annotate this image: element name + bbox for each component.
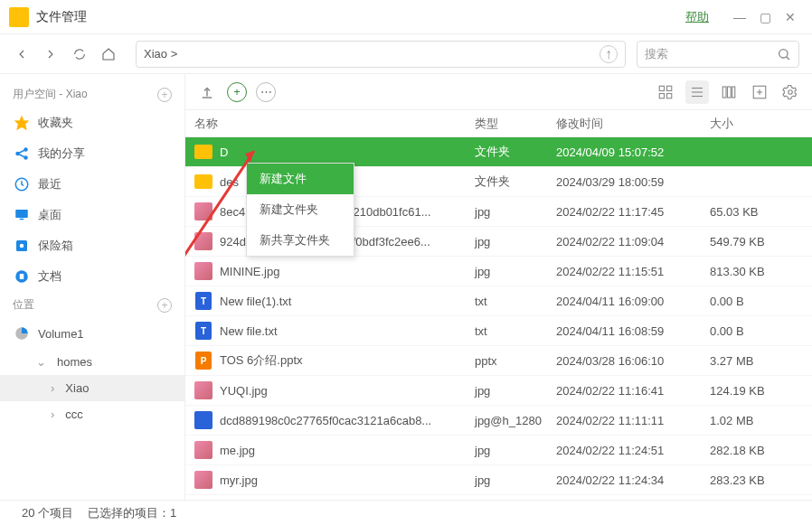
file-type: pptx: [475, 354, 556, 368]
file-date: 2024/02/22 11:11:11: [556, 414, 710, 427]
status-selected: 已选择的项目：1: [88, 505, 176, 521]
svg-line-1: [787, 56, 789, 59]
ctx-new-file[interactable]: 新建文件: [247, 164, 354, 194]
home-button[interactable]: [99, 45, 118, 63]
sidebar-item-safe[interactable]: 保险箱: [0, 230, 184, 261]
share-icon: [13, 145, 31, 163]
file-row[interactable]: dcd889198c0c27765f0cac3121a6cab8...jpg@h…: [185, 406, 812, 436]
file-name: YUQI.jpg: [220, 384, 268, 398]
file-row[interactable]: TNew file.txttxt2024/04/11 16:08:590.00 …: [185, 316, 812, 346]
path-input[interactable]: Xiao > ↑: [136, 41, 626, 68]
file-name: New file.txt: [220, 324, 278, 338]
close-button[interactable]: ✕: [778, 10, 803, 24]
svg-line-7: [19, 155, 24, 157]
sidebar-item-docs[interactable]: 文档: [0, 261, 184, 292]
svg-rect-19: [667, 86, 672, 90]
file-row[interactable]: MININE.jpgjpg2024/02/22 11:15:51813.30 K…: [185, 257, 812, 286]
image-thumbnail-icon: [194, 471, 212, 489]
safe-icon: [13, 237, 31, 255]
file-size: 283.23 KB: [710, 473, 800, 487]
image-thumbnail-icon: [194, 381, 212, 399]
svg-rect-18: [659, 86, 664, 90]
sidebar-item-label: 收藏夹: [38, 115, 73, 131]
image-thumbnail-icon: [194, 262, 212, 280]
toolbar: + ⋯: [185, 74, 812, 110]
desktop-icon: [13, 206, 31, 224]
sidebar-item-label: Xiao: [65, 381, 89, 395]
forward-button[interactable]: [42, 45, 60, 63]
file-size: 813.30 KB: [710, 265, 800, 278]
file-date: 2024/03/29 18:00:59: [556, 175, 710, 189]
file-name: me.jpg: [220, 444, 255, 457]
help-link[interactable]: 帮助: [685, 9, 709, 25]
file-date: 2024/02/22 11:24:51: [556, 444, 710, 457]
add-userspace-button[interactable]: +: [157, 88, 172, 102]
navbar: Xiao > ↑ 搜索: [0, 34, 812, 74]
col-type[interactable]: 类型: [475, 116, 556, 132]
sidebar-item-recent[interactable]: 最近: [0, 169, 184, 200]
svg-rect-26: [728, 87, 732, 98]
chevron-down-icon: ⌄: [36, 355, 46, 369]
maximize-button[interactable]: ▢: [752, 10, 778, 24]
file-name: TOS 6介绍.pptx: [220, 352, 303, 369]
file-list: 新建文件 新建文件夹 新共享文件夹 D文件夹2024/04/09 15:07:5…: [185, 137, 812, 500]
file-row[interactable]: YUQI.jpgjpg2024/02/22 11:16:41124.19 KB: [185, 376, 812, 406]
file-type: txt: [475, 324, 556, 338]
list-view-button[interactable]: [685, 80, 709, 104]
file-row[interactable]: TNew file(1).txttxt2024/04/11 16:09:000.…: [185, 286, 812, 316]
sidebar-item-desktop[interactable]: 桌面: [0, 200, 184, 230]
context-menu: 新建文件 新建文件夹 新共享文件夹: [246, 163, 354, 257]
file-name: D: [220, 145, 228, 159]
search-icon: [777, 47, 791, 61]
sidebar-ccc[interactable]: › ccc: [0, 401, 184, 427]
sidebar-item-label: Volume1: [38, 327, 84, 341]
file-row[interactable]: me.jpgjpg2024/02/22 11:24:51282.18 KB: [185, 436, 812, 465]
image-thumbnail-icon: [194, 202, 212, 220]
sidebar-item-favorites[interactable]: 收藏夹: [0, 108, 184, 138]
sidebar-xiao[interactable]: › Xiao: [0, 375, 184, 401]
more-actions-button[interactable]: ⋯: [256, 82, 276, 102]
grid-view-button[interactable]: [655, 81, 676, 103]
file-name: des: [220, 175, 239, 189]
pptx-file-icon: P: [194, 352, 212, 370]
sidebar-item-label: 我的分享: [38, 145, 85, 162]
minimize-button[interactable]: —: [727, 10, 752, 24]
col-size[interactable]: 大小: [710, 116, 800, 132]
text-file-icon: T: [194, 292, 212, 310]
svg-point-12: [20, 244, 24, 248]
file-type: jpg@h_1280: [475, 414, 556, 427]
file-size: 282.18 KB: [710, 444, 800, 457]
ctx-new-folder[interactable]: 新建文件夹: [247, 194, 354, 225]
settings-button[interactable]: [779, 81, 801, 103]
file-date: 2024/02/22 11:24:34: [556, 473, 710, 487]
sidebar-volume1[interactable]: Volume1: [0, 318, 184, 349]
file-type: jpg: [475, 205, 556, 219]
col-date[interactable]: 修改时间: [556, 116, 710, 132]
search-input[interactable]: 搜索: [637, 41, 799, 68]
col-name[interactable]: 名称: [194, 116, 475, 132]
status-bar: 20 个项目 已选择的项目：1: [0, 500, 812, 525]
column-header: 名称 类型 修改时间 大小: [185, 110, 812, 137]
file-date: 2024/02/22 11:15:51: [556, 265, 710, 278]
refresh-button[interactable]: [71, 45, 89, 63]
image-thumbnail-icon: [194, 411, 212, 429]
back-button[interactable]: [13, 45, 31, 63]
add-location-button[interactable]: +: [157, 298, 172, 313]
svg-line-6: [19, 150, 24, 153]
folder-icon: [194, 143, 212, 161]
goto-button[interactable]: ↑: [600, 45, 618, 63]
sidebar-item-label: 桌面: [38, 207, 61, 223]
file-date: 2024/02/22 11:17:45: [556, 205, 710, 219]
file-row[interactable]: PTOS 6介绍.pptxpptx2024/03/28 16:06:103.27…: [185, 346, 812, 376]
column-view-button[interactable]: [718, 81, 740, 103]
file-type: jpg: [475, 384, 556, 398]
sidebar-homes[interactable]: ⌄ homes: [0, 349, 184, 375]
ctx-new-shared-folder[interactable]: 新共享文件夹: [247, 225, 354, 256]
file-size: 549.79 KB: [710, 235, 800, 248]
upload-button[interactable]: [196, 81, 218, 103]
sidebar-item-share[interactable]: 我的分享: [0, 138, 184, 169]
path-text: Xiao >: [144, 47, 177, 61]
new-window-button[interactable]: [749, 81, 770, 103]
new-button[interactable]: +: [227, 82, 247, 102]
file-row[interactable]: myr.jpgjpg2024/02/22 11:24:34283.23 KB: [185, 465, 812, 495]
